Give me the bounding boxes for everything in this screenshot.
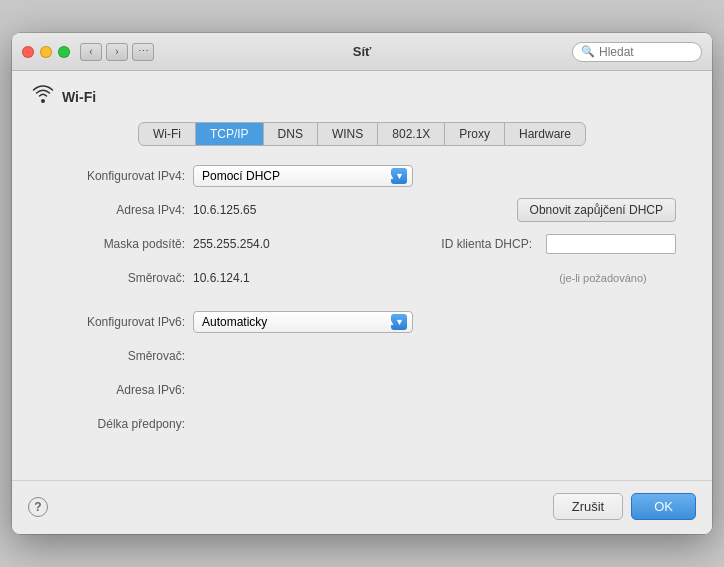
router-row: Směrovač: 10.6.124.1 (je-li požadováno) <box>38 266 686 290</box>
client-id-input[interactable] <box>546 234 676 254</box>
tab-wins[interactable]: WINS <box>318 123 378 145</box>
ipv6-address-row: Adresa IPv6: <box>38 378 686 402</box>
cancel-button[interactable]: Zrušit <box>553 493 624 520</box>
bottom-buttons: Zrušit OK <box>553 493 696 520</box>
maximize-button[interactable] <box>58 46 70 58</box>
router6-row: Směrovač: <box>38 344 686 368</box>
search-input[interactable] <box>599 45 693 59</box>
close-button[interactable] <box>22 46 34 58</box>
back-button[interactable]: ‹ <box>80 43 102 61</box>
title-bar: ‹ › ⋯ Síť 🔍 <box>12 33 712 71</box>
help-button[interactable]: ? <box>28 497 48 517</box>
search-icon: 🔍 <box>581 45 595 58</box>
ipv4-address-label: Adresa IPv4: <box>38 203 193 217</box>
ipv6-address-label: Adresa IPv6: <box>38 383 193 397</box>
ipv4-address-value: 10.6.125.65 <box>193 203 256 217</box>
configure-ipv6-label: Konfigurovat IPv6: <box>38 315 193 329</box>
tab-dns[interactable]: DNS <box>264 123 318 145</box>
router-label: Směrovač: <box>38 271 193 285</box>
dhcp-renew-button[interactable]: Obnovit zapůjčení DHCP <box>517 198 676 222</box>
configure-ipv4-label: Konfigurovat IPv4: <box>38 169 193 183</box>
content-area: Wi-Fi Wi-Fi TCP/IP DNS WINS 802.1X Proxy… <box>12 71 712 460</box>
tab-proxy[interactable]: Proxy <box>445 123 505 145</box>
prefix-length-row: Délka předpony: <box>38 412 686 436</box>
tab-tcpip[interactable]: TCP/IP <box>196 123 264 145</box>
tab-wifi[interactable]: Wi-Fi <box>139 123 196 145</box>
bottom-bar: ? Zrušit OK <box>12 480 712 534</box>
search-box[interactable]: 🔍 <box>572 42 702 62</box>
configure-ipv6-select[interactable]: Automaticky Ručně Vypnuto <box>193 311 413 333</box>
router6-label: Směrovač: <box>38 349 193 363</box>
prefix-length-label: Délka předpony: <box>38 417 193 431</box>
form-area: Konfigurovat IPv4: Pomocí DHCP Ručně Pou… <box>28 164 696 436</box>
client-id-label: ID klienta DHCP: <box>441 237 540 251</box>
tab-hardware[interactable]: Hardware <box>505 123 585 145</box>
main-window: ‹ › ⋯ Síť 🔍 Wi-Fi Wi-Fi TCP <box>12 33 712 534</box>
tab-bar: Wi-Fi TCP/IP DNS WINS 802.1X Proxy Hardw… <box>138 122 586 146</box>
forward-button[interactable]: › <box>106 43 128 61</box>
ipv4-address-row: Adresa IPv4: 10.6.125.65 Obnovit zapůjče… <box>38 198 686 222</box>
configure-ipv4-select[interactable]: Pomocí DHCP Ručně Pouze BootP Vypnuto <box>193 165 413 187</box>
subnet-mask-row: Maska podsítě: 255.255.254.0 ID klienta … <box>38 232 686 256</box>
wifi-icon <box>32 85 54 108</box>
subnet-mask-label: Maska podsítě: <box>38 237 193 251</box>
subnet-mask-value: 255.255.254.0 <box>193 237 270 251</box>
client-id-hint: (je-li požadováno) <box>538 272 668 284</box>
minimize-button[interactable] <box>40 46 52 58</box>
configure-ipv6-wrapper: Automaticky Ručně Vypnuto ▲▼ <box>193 311 413 333</box>
wifi-label: Wi-Fi <box>62 89 96 105</box>
window-title: Síť <box>353 44 372 59</box>
configure-ipv4-row: Konfigurovat IPv4: Pomocí DHCP Ručně Pou… <box>38 164 686 188</box>
traffic-lights <box>22 46 70 58</box>
grid-button[interactable]: ⋯ <box>132 43 154 61</box>
router-value: 10.6.124.1 <box>193 271 250 285</box>
configure-ipv6-row: Konfigurovat IPv6: Automaticky Ručně Vyp… <box>38 310 686 334</box>
sidebar-header: Wi-Fi <box>28 85 696 108</box>
nav-buttons: ‹ › <box>80 43 128 61</box>
configure-ipv4-wrapper: Pomocí DHCP Ručně Pouze BootP Vypnuto ▲▼ <box>193 165 413 187</box>
ok-button[interactable]: OK <box>631 493 696 520</box>
tab-8021x[interactable]: 802.1X <box>378 123 445 145</box>
